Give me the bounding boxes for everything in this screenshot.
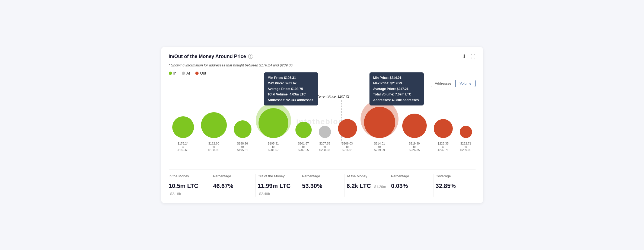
chart-area: intotheblock Current Price: $207.72 $176… (169, 89, 476, 154)
chart-controls: Addresses Volume (169, 80, 476, 87)
x-label-1: $176.24to$182.60 (174, 142, 193, 152)
current-price-label: Current Price: $207.72 (317, 95, 349, 98)
stat-coverage-value: 32.85% (436, 182, 476, 190)
tooltip-left-avg: Average Price: $198.75 (268, 86, 314, 92)
x-label-2: $182.60to$188.96 (204, 142, 223, 152)
divider-3 (300, 174, 300, 197)
x-label-8: $214.01to$219.99 (370, 142, 389, 152)
stat-in-pct-label: Percentage (213, 174, 253, 178)
tooltip-right-min: Min Price: $214.01 (373, 75, 420, 81)
download-icon[interactable]: ⬇ (462, 53, 466, 59)
bubble-9 (402, 114, 427, 138)
x-label-7: $208.03to$214.01 (338, 142, 357, 152)
bubble-col-2: $182.60to$188.96 (201, 112, 227, 138)
stat-in-money-underline (169, 180, 209, 180)
header-row: In/Out of the Money Around Price ? ⬇ ⛶ (169, 53, 476, 59)
bubble-col-7: $208.03to$214.01 (338, 119, 357, 138)
stat-at-money: At the Money 6.2k LTC $1.29m (347, 174, 387, 190)
legend-dot-out (195, 72, 199, 75)
stat-out-pct: Percentage 53.30% (302, 174, 342, 190)
stat-at-pct: Percentage 0.03% (391, 174, 431, 190)
stat-out-pct-label: Percentage (302, 174, 342, 178)
tooltip-left-addr: Addresses: 92.94k addresses (268, 97, 314, 103)
tooltip-right-max: Max Price: $219.99 (373, 81, 420, 86)
x-label-10: $226.35to$232.71 (434, 142, 453, 152)
stat-in-money-label: In the Money (169, 174, 209, 178)
stat-out-money-underline (258, 180, 298, 180)
stat-at-pct-value: 0.03% (391, 182, 431, 190)
bubble-col-6: $207.65to$208.03 (319, 126, 331, 138)
bubble-8 (364, 107, 395, 138)
stat-coverage: Coverage 32.85% (436, 174, 476, 190)
x-label-5: $201.67to$207.65 (294, 142, 313, 152)
bubble-4 (259, 108, 288, 138)
stat-out-money-label: Out of the Money (258, 174, 298, 178)
title-group: In/Out of the Money Around Price ? (169, 54, 253, 59)
legend: In At Out (169, 71, 476, 75)
stat-out-pct-underline (302, 180, 342, 180)
bubble-7 (338, 119, 357, 138)
stat-coverage-label: Coverage (436, 174, 476, 178)
bubble-10 (434, 119, 453, 138)
legend-item-in: In (169, 71, 177, 75)
bubble-col-1: $176.24to$182.60 (172, 116, 194, 138)
bubble-col-5: $201.67to$207.65 (295, 122, 312, 138)
x-label-3: $188.96to$195.31 (233, 142, 252, 152)
stat-at-pct-underline (391, 180, 431, 180)
volume-toggle[interactable]: Volume (455, 80, 475, 87)
stats-row: In the Money 10.5m LTC $2.18b Percentage… (169, 169, 476, 197)
legend-label-at: At (186, 71, 190, 75)
help-icon[interactable]: ? (248, 54, 253, 59)
legend-item-at: At (182, 71, 190, 75)
stat-in-money: In the Money 10.5m LTC $2.18b (169, 174, 209, 197)
page-title: In/Out of the Money Around Price (169, 54, 246, 59)
x-label-6: $207.65to$208.03 (315, 142, 334, 152)
x-label-11: $232.71to$239.06 (456, 142, 475, 152)
stat-in-pct-underline (213, 180, 253, 180)
divider-1 (211, 174, 211, 197)
main-card: In/Out of the Money Around Price ? ⬇ ⛶ *… (161, 47, 483, 203)
legend-dot-at (182, 72, 185, 75)
bubble-col-8: Min Price: $214.01 Max Price: $219.99 Av… (364, 107, 395, 138)
stat-at-money-value: 6.2k LTC $1.29m (347, 182, 387, 190)
stat-coverage-underline (436, 180, 476, 180)
bubble-2 (201, 112, 227, 138)
stat-at-money-underline (347, 180, 387, 180)
bubble-col-11: $232.71to$239.06 (460, 126, 472, 138)
expand-icon[interactable]: ⛶ (471, 54, 476, 59)
divider-4 (344, 174, 345, 197)
legend-item-out: Out (195, 71, 206, 75)
legend-label-in: In (173, 71, 177, 75)
divider-6 (433, 174, 433, 197)
bubble-col-4: Min Price: $195.31 Max Price: $201.67 Av… (259, 108, 288, 138)
bubble-col-9: $219.99to$226.35 (402, 114, 427, 138)
bubble-3 (234, 120, 251, 138)
tooltip-right: Min Price: $214.01 Max Price: $219.99 Av… (369, 72, 424, 105)
tooltip-right-addr: Addresses: 40.88k addresses (373, 97, 420, 103)
stat-at-money-label: At the Money (347, 174, 387, 178)
legend-dot-in (169, 72, 172, 75)
stat-out-pct-value: 53.30% (302, 182, 342, 190)
x-label-4: $195.31to$201.67 (264, 142, 283, 152)
tooltip-left: Min Price: $195.31 Max Price: $201.67 Av… (264, 72, 318, 105)
x-label-9: $219.99to$226.35 (405, 142, 424, 152)
subtitle: * Showing information for addresses that… (169, 63, 476, 67)
bubble-1 (172, 116, 194, 138)
bubble-6 (319, 126, 331, 138)
tooltip-right-avg: Average Price: $217.21 (373, 86, 420, 92)
tooltip-right-vol: Total Volume: 7.07m LTC (373, 92, 420, 97)
bubble-col-10: $226.35to$232.71 (434, 119, 453, 138)
divider-2 (255, 174, 256, 197)
addresses-toggle[interactable]: Addresses (431, 80, 455, 87)
tooltip-left-vol: Total Volume: 4.63m LTC (268, 92, 314, 97)
bubble-11 (460, 126, 472, 138)
bubble-col-3: $188.96to$195.31 (234, 120, 251, 138)
bubbles-row: $176.24to$182.60 $182.60to$188.96 $188.9… (169, 107, 476, 138)
legend-label-out: Out (200, 71, 206, 75)
stat-out-money: Out of the Money 11.99m LTC $2.49b (258, 174, 298, 197)
stat-in-pct: Percentage 46.67% (213, 174, 253, 190)
header-actions: ⬇ ⛶ (462, 53, 476, 59)
bubble-5 (295, 122, 312, 138)
stat-out-money-value: 11.99m LTC $2.49b (258, 182, 298, 197)
tooltip-left-max: Max Price: $201.67 (268, 81, 314, 86)
